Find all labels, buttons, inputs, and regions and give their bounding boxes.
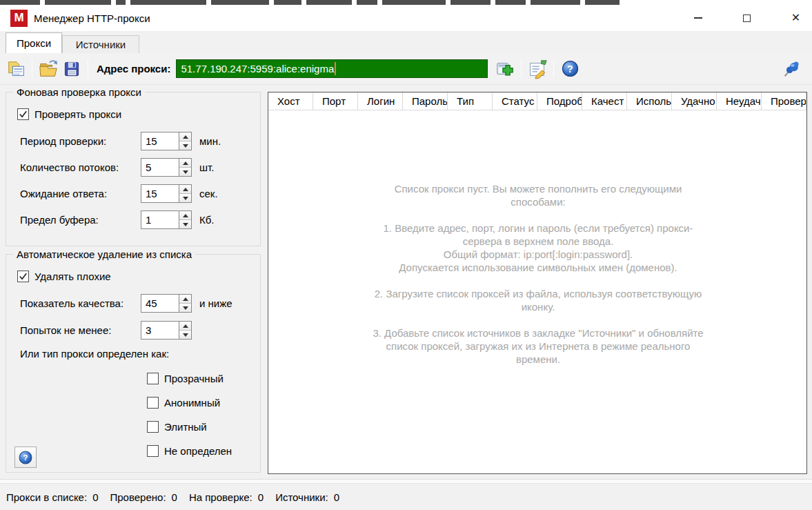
paste-proxies-button[interactable]	[4, 57, 28, 81]
threads-value[interactable]: 5	[141, 158, 179, 177]
check-proxies-label: Проверять прокси	[34, 108, 121, 120]
title-bar: M Менеджер HTTP-прокси ✕	[0, 5, 812, 31]
spin-down-button[interactable]	[179, 194, 191, 202]
column-password[interactable]: Пароль	[403, 92, 448, 110]
empty-msg-intro: Список прокси пуст. Вы можете пополнить …	[369, 182, 707, 208]
column-quality[interactable]: Качест	[582, 92, 627, 110]
buffer-spinner[interactable]: 1	[141, 210, 192, 229]
quality-value[interactable]: 45	[141, 294, 179, 313]
save-icon	[62, 59, 81, 79]
type-transparent-checkbox[interactable]	[147, 373, 159, 384]
toolbar-separator	[32, 59, 32, 78]
attempts-spinner[interactable]: 3	[141, 321, 192, 340]
status-proxies-value: 0	[92, 491, 98, 503]
toolbar-separator	[521, 59, 522, 78]
status-sources-label: Источники:	[275, 491, 328, 503]
timeout-unit: сек.	[199, 188, 218, 199]
timeout-spinner[interactable]: 15	[141, 184, 192, 203]
timeout-label: Ожидание ответа:	[20, 188, 141, 199]
minimize-button[interactable]	[682, 5, 714, 31]
type-elite-label: Элитный	[164, 421, 207, 433]
column-type[interactable]: Тип	[448, 92, 493, 110]
quality-spinner[interactable]: 45	[141, 294, 192, 313]
pin-window-button[interactable]	[779, 57, 802, 81]
open-file-button[interactable]	[37, 57, 60, 81]
proxy-list-header: Хост Порт Логин Пароль Тип Статус Подроб…	[268, 92, 806, 110]
attempts-label: Попыток не менее:	[20, 324, 141, 336]
column-host[interactable]: Хост	[268, 92, 313, 110]
type-undefined-checkbox[interactable]	[147, 445, 159, 457]
status-bar: Прокси в списке: 0 Проверено: 0 На прове…	[0, 483, 812, 510]
toolbar: Адрес прокси: 51.77.190.247:5959:alice:e…	[0, 53, 812, 85]
spin-down-button[interactable]	[179, 220, 191, 228]
threads-spinner[interactable]: 5	[141, 158, 192, 177]
status-checking-value: 0	[258, 491, 264, 503]
add-proxy-button[interactable]	[493, 57, 517, 81]
period-unit: мин.	[199, 135, 221, 147]
empty-msg-step3: 3. Добавьте список источников в закладке…	[369, 326, 707, 366]
spin-up-button[interactable]	[179, 295, 191, 304]
type-transparent-label: Прозрачный	[164, 373, 224, 384]
close-button[interactable]: ✕	[780, 5, 812, 31]
tab-sources[interactable]: Источники	[62, 35, 139, 53]
app-icon: M	[10, 10, 28, 27]
properties-button[interactable]	[526, 57, 549, 81]
spin-up-button[interactable]	[179, 211, 191, 220]
spin-down-button[interactable]	[179, 168, 191, 176]
spin-up-button[interactable]	[179, 159, 191, 168]
check-proxies-checkbox[interactable]	[17, 108, 29, 120]
column-status[interactable]: Статус	[493, 92, 537, 110]
auto-delete-group: Автоматическое удаление из списка Удалят…	[6, 254, 261, 473]
spin-down-button[interactable]	[179, 331, 191, 339]
buffer-value[interactable]: 1	[141, 210, 179, 229]
window-controls: ✕	[665, 5, 812, 31]
pin-icon	[780, 59, 801, 79]
background-check-legend: Фоновая проверка прокси	[13, 86, 145, 98]
help-button[interactable]: ?	[558, 57, 582, 81]
status-checked-value: 0	[172, 491, 177, 503]
empty-msg-format: Общий формат: ip:port[:login:password].	[369, 248, 707, 261]
column-login[interactable]: Логин	[358, 92, 403, 110]
status-proxies-label: Прокси в списке:	[6, 491, 87, 503]
spin-up-button[interactable]	[179, 322, 191, 331]
type-undefined-label: Не определен	[164, 445, 232, 457]
close-icon: ✕	[791, 12, 800, 23]
column-fail[interactable]: Неудач	[717, 92, 762, 110]
timeout-value[interactable]: 15	[141, 184, 179, 203]
column-success[interactable]: Удачно	[672, 92, 717, 110]
type-elite-checkbox[interactable]	[147, 421, 159, 433]
maximize-button[interactable]	[731, 5, 763, 31]
threads-label: Количество потоков:	[20, 161, 141, 173]
save-button[interactable]	[60, 57, 83, 81]
auto-delete-legend: Автоматическое удаление из списка	[13, 248, 195, 260]
empty-list-message: Список прокси пуст. Вы можете пополнить …	[369, 182, 707, 366]
tab-proxies[interactable]: Прокси	[6, 32, 62, 53]
toolbar-separator	[553, 59, 554, 78]
minimize-icon	[694, 17, 702, 19]
spin-up-button[interactable]	[179, 133, 191, 141]
background-window-strip	[0, 0, 812, 5]
column-details[interactable]: Подроб	[537, 92, 582, 110]
threads-unit: шт.	[199, 161, 214, 173]
group-help-button[interactable]: ?	[14, 447, 37, 468]
proxy-address-input[interactable]: 51.77.190.247:5959:alice:enigma	[176, 59, 488, 78]
quality-suffix: и ниже	[199, 297, 232, 309]
maximize-icon	[743, 14, 751, 22]
column-used[interactable]: Исполь	[627, 92, 672, 110]
app-icon-letter: M	[14, 11, 23, 25]
quality-label: Показатель качества:	[20, 297, 141, 309]
proxy-type-label: Или тип прокси определен как:	[20, 348, 169, 360]
help-icon: ?	[18, 450, 33, 465]
open-file-icon	[38, 59, 59, 79]
period-spinner[interactable]: 15	[141, 132, 192, 150]
column-port[interactable]: Порт	[313, 92, 358, 110]
column-checked[interactable]: Провер	[762, 92, 806, 110]
spin-down-button[interactable]	[179, 304, 191, 312]
spin-down-button[interactable]	[179, 141, 191, 150]
period-value[interactable]: 15	[141, 132, 179, 150]
spin-up-button[interactable]	[179, 185, 191, 194]
type-anonymous-checkbox[interactable]	[147, 397, 159, 409]
delete-bad-checkbox[interactable]	[17, 271, 29, 282]
background-check-group: Фоновая проверка прокси Проверять прокси…	[6, 92, 261, 246]
attempts-value[interactable]: 3	[141, 321, 179, 340]
